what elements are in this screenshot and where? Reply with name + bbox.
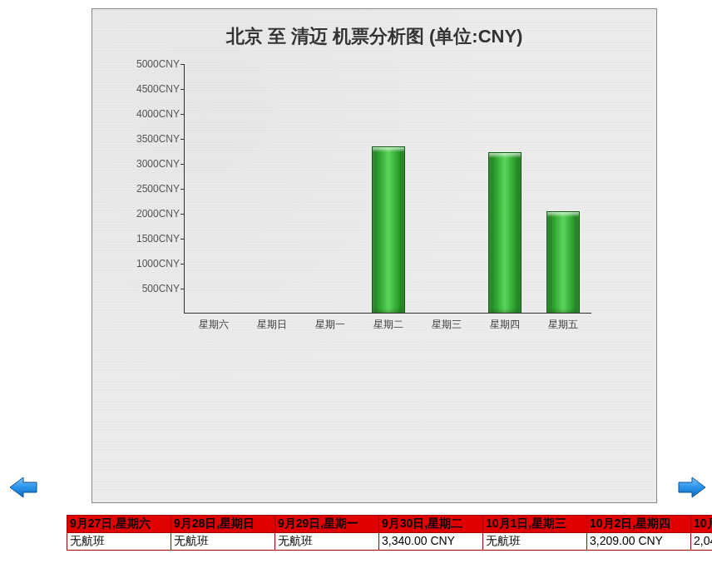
y-tick-label: 1000CNY (118, 258, 180, 269)
x-tick-label: 星期三 (422, 313, 472, 332)
prev-arrow[interactable] (8, 476, 38, 502)
table-cell: 无航班 (275, 532, 379, 550)
plot-area: 500CNY1000CNY1500CNY2000CNY2500CNY3000CN… (184, 64, 591, 314)
y-tick-label: 3000CNY (118, 158, 180, 170)
table-cell: 无航班 (171, 532, 275, 550)
y-tick-label: 5000CNY (118, 58, 180, 70)
price-table: 9月27日,星期六9月28日,星期日9月29日,星期一9月30日,星期二10月1… (67, 515, 712, 551)
table-header-cell: 9月29日,星期一 (275, 516, 379, 532)
y-tick-label: 3500CNY (118, 133, 180, 145)
table-header-cell: 10月2日,星期四 (587, 516, 691, 532)
y-tick-label: 1500CNY (118, 233, 180, 245)
bar (546, 211, 580, 313)
y-tick-label: 2500CNY (118, 183, 180, 195)
x-tick-label: 星期二 (363, 313, 413, 332)
table-cell: 无航班 (67, 532, 171, 550)
y-tick-label: 4500CNY (118, 83, 180, 95)
svg-marker-0 (10, 477, 37, 497)
bar (372, 146, 405, 313)
next-arrow[interactable] (677, 476, 707, 502)
x-tick-label: 星期一 (305, 313, 355, 332)
table-header-cell: 10月1日,星期三 (483, 516, 587, 532)
table-header-cell: 9月27日,星期六 (67, 516, 171, 532)
x-tick-label: 星期四 (480, 313, 530, 332)
chart-title: 北京 至 清迈 机票分析图 (单位:CNY) (92, 9, 656, 56)
table-header-cell: 10月 (691, 516, 712, 532)
x-tick-label: 星期六 (189, 313, 239, 332)
table-cell: 2,04 (691, 532, 712, 550)
x-tick-label: 星期五 (538, 313, 588, 332)
table-header-cell: 9月28日,星期日 (171, 516, 275, 532)
table-cell: 无航班 (483, 532, 587, 550)
table-header-cell: 9月30日,星期二 (379, 516, 483, 532)
y-tick-label: 500CNY (118, 283, 180, 294)
x-tick-label: 星期日 (247, 313, 297, 332)
bar (488, 152, 522, 313)
table-cell: 3,209.00 CNY (587, 532, 691, 550)
svg-marker-1 (679, 477, 705, 497)
table-cell: 3,340.00 CNY (379, 532, 483, 550)
y-tick-label: 4000CNY (118, 108, 180, 120)
chart-frame: 北京 至 清迈 机票分析图 (单位:CNY) 500CNY1000CNY1500… (91, 8, 657, 503)
y-tick-label: 2000CNY (118, 208, 180, 220)
